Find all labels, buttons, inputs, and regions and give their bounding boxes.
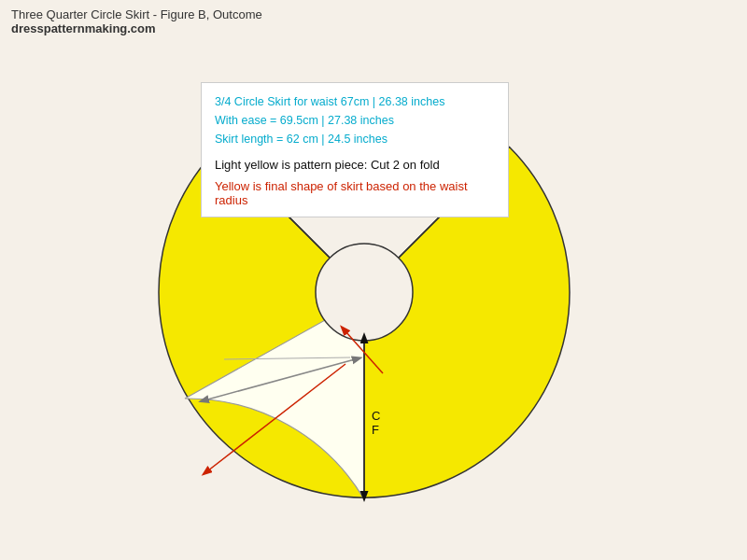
site-name: dresspatternmaking.com: [11, 21, 262, 35]
info-line2: With ease = 69.5cm | 27.38 inches: [215, 111, 495, 130]
cf-label: C: [372, 409, 380, 423]
cf-label2: F: [372, 423, 379, 437]
info-line3: Skirt length = 62 cm | 24.5 inches: [215, 130, 495, 148]
waist-circle: [316, 244, 413, 341]
info-note2: Yellow is final shape of skirt based on …: [215, 179, 495, 207]
page-title: Three Quarter Circle Skirt - Figure B, O…: [11, 7, 262, 21]
info-box: 3/4 Circle Skirt for waist 67cm | 26.38 …: [201, 82, 509, 217]
info-line1: 3/4 Circle Skirt for waist 67cm | 26.38 …: [215, 92, 495, 111]
info-note1: Light yellow is pattern piece: Cut 2 on …: [215, 158, 495, 172]
